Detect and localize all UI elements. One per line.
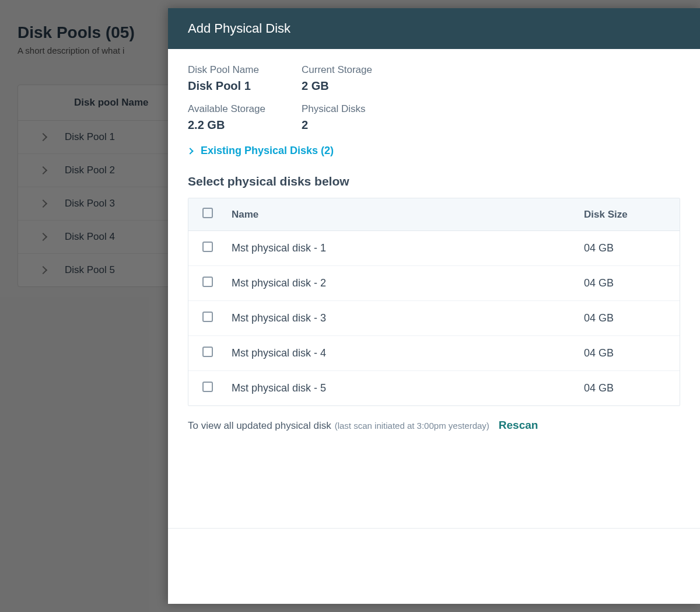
available-storage-label: Available Storage bbox=[188, 103, 302, 115]
available-storage-field: Available Storage 2.2 GB bbox=[188, 103, 302, 132]
table-row: Mst physical disk - 2 04 GB bbox=[188, 266, 680, 301]
current-storage-field: Current Storage 2 GB bbox=[302, 64, 415, 93]
disk-size: 04 GB bbox=[584, 277, 666, 289]
disk-size: 04 GB bbox=[584, 347, 666, 359]
panel-title: Add Physical Disk bbox=[168, 8, 700, 49]
pool-info-grid: Disk Pool Name Disk Pool 1 Current Stora… bbox=[188, 64, 680, 132]
existing-physical-disks-toggle[interactable]: Existing Physical Disks (2) bbox=[188, 145, 680, 157]
disk-size: 04 GB bbox=[584, 242, 666, 254]
scan-note: To view all updated physical disk (last … bbox=[188, 419, 680, 432]
disk-name: Mst physical disk - 4 bbox=[232, 347, 584, 359]
current-storage-label: Current Storage bbox=[302, 64, 415, 76]
scan-timestamp: (last scan initiated at 3:00pm yesterday… bbox=[335, 421, 489, 431]
disk-size: 04 GB bbox=[584, 382, 666, 394]
disk-name: Mst physical disk - 3 bbox=[232, 312, 584, 324]
select-all-checkbox[interactable] bbox=[202, 208, 213, 218]
row-checkbox[interactable] bbox=[202, 312, 213, 322]
column-header-name: Name bbox=[232, 209, 584, 221]
physical-disks-table: Name Disk Size Mst physical disk - 1 04 … bbox=[188, 198, 680, 406]
pool-name-value: Disk Pool 1 bbox=[188, 79, 302, 93]
column-header-size: Disk Size bbox=[584, 209, 666, 221]
disk-name: Mst physical disk - 1 bbox=[232, 242, 584, 254]
current-storage-value: 2 GB bbox=[302, 79, 415, 93]
table-header-row: Name Disk Size bbox=[188, 198, 680, 231]
table-row: Mst physical disk - 1 04 GB bbox=[188, 231, 680, 266]
pool-name-label: Disk Pool Name bbox=[188, 64, 302, 76]
row-checkbox[interactable] bbox=[202, 242, 213, 252]
select-disks-heading: Select physical disks below bbox=[188, 174, 680, 188]
disk-name: Mst physical disk - 2 bbox=[232, 277, 584, 289]
panel-footer bbox=[168, 528, 700, 604]
existing-physical-disks-label: Existing Physical Disks (2) bbox=[201, 145, 334, 157]
rescan-button[interactable]: Rescan bbox=[499, 419, 538, 432]
available-storage-value: 2.2 GB bbox=[188, 118, 302, 132]
row-checkbox[interactable] bbox=[202, 277, 213, 287]
add-physical-disk-panel: Add Physical Disk Disk Pool Name Disk Po… bbox=[168, 8, 700, 604]
physical-disks-field: Physical Disks 2 bbox=[302, 103, 415, 132]
physical-disks-value: 2 bbox=[302, 118, 415, 132]
table-row: Mst physical disk - 5 04 GB bbox=[188, 371, 680, 405]
physical-disks-label: Physical Disks bbox=[302, 103, 415, 115]
scan-text: To view all updated physical disk bbox=[188, 420, 331, 432]
row-checkbox[interactable] bbox=[202, 347, 213, 357]
disk-size: 04 GB bbox=[584, 312, 666, 324]
chevron-right-icon bbox=[187, 148, 193, 154]
table-row: Mst physical disk - 4 04 GB bbox=[188, 336, 680, 371]
table-row: Mst physical disk - 3 04 GB bbox=[188, 301, 680, 336]
panel-body: Disk Pool Name Disk Pool 1 Current Stora… bbox=[168, 49, 700, 528]
row-checkbox[interactable] bbox=[202, 382, 213, 392]
pool-name-field: Disk Pool Name Disk Pool 1 bbox=[188, 64, 302, 93]
disk-name: Mst physical disk - 5 bbox=[232, 382, 584, 394]
